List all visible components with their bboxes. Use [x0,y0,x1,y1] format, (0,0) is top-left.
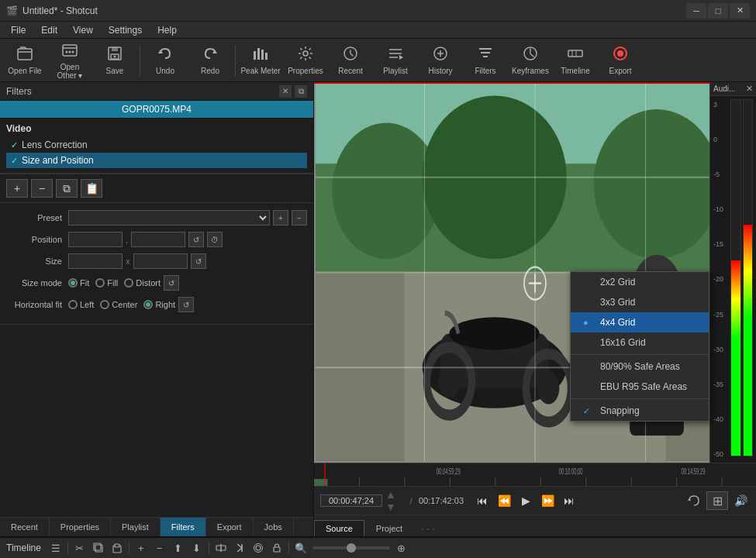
playlist-button[interactable]: Playlist [374,41,417,80]
timeline-lift-button[interactable]: ⬆ [170,539,187,556]
ctx-ebu-safe-areas[interactable]: EBU R95 Safe Areas [571,377,709,397]
ctx-4x4-grid[interactable]: ● 4x4 Grid [571,312,709,332]
timeline-add-track-button[interactable]: + [133,539,150,556]
peak-meter-button[interactable]: Peak Meter [239,41,282,80]
zoom-in-button[interactable]: ⊕ [393,539,410,556]
play-button[interactable]: ▶ [516,491,535,510]
menu-settings[interactable]: Settings [101,23,150,37]
menu-file[interactable]: File [3,23,33,37]
export-button[interactable]: Export [599,41,642,80]
copy-filter-button[interactable]: ⧉ [56,179,78,198]
timeline-ripple-button[interactable] [250,539,267,556]
timeline-lock-button[interactable] [268,539,285,556]
timeline-remove-track-button[interactable]: − [151,539,168,556]
svg-point-43 [537,372,559,405]
timeline-cut-button[interactable]: ✂ [71,539,88,556]
add-filter-button[interactable]: + [6,179,28,198]
timeline-snap-button[interactable] [231,539,248,556]
horizontal-fit-right-radio[interactable] [143,300,153,309]
redo-button[interactable]: Redo [188,41,232,80]
open-other-button[interactable]: Open Other ▾ [48,41,91,80]
step-forward-button[interactable]: ⏩ [538,491,557,510]
ctx-safe-areas-80-90[interactable]: 80/90% Safe Areas [571,356,709,377]
history-button[interactable]: History [419,41,462,80]
go-to-start-button[interactable]: ⏮ [473,491,492,510]
size-mode-distort[interactable]: Distort [124,278,161,288]
filters-button[interactable]: Filters [464,41,507,80]
history-label: History [428,67,452,75]
svg-rect-14 [265,53,268,60]
timeline-scrubber[interactable]: 00:00:00;00 00:04:59;29 00:10:00;00 00:1… [314,463,756,487]
position-keyframe-button[interactable]: ⏱ [207,232,223,247]
timeline-paste-button[interactable] [109,539,126,556]
timeline-button[interactable]: Timeline [554,41,597,80]
current-time-input[interactable] [320,494,382,507]
recent-button[interactable]: Recent [329,41,372,80]
loop-button[interactable] [685,491,703,510]
size-mode-fit-radio[interactable] [68,278,78,288]
filter-size-position[interactable]: ✓ Size and Position [6,153,307,168]
size-mode-fill[interactable]: Fill [95,278,118,288]
preset-row: Preset + − [6,209,307,226]
ctx-3x3-grid[interactable]: 3x3 Grid [571,292,709,312]
grid-toggle-button[interactable]: ⊞ [706,491,728,510]
position-y-input[interactable]: 0 [131,232,185,247]
minimize-button[interactable]: ─ [686,3,706,19]
size-mode-fit[interactable]: Fit [68,278,89,288]
ctx-snapping[interactable]: ✓ Snapping [571,401,709,421]
timeline-copy-button[interactable] [90,539,107,556]
menu-view[interactable]: View [65,23,101,37]
ctx-2x2-grid[interactable]: 2x2 Grid [571,272,709,292]
position-reset-button[interactable]: ↺ [188,232,204,247]
properties-button[interactable]: Properties [284,41,327,80]
volume-button[interactable]: 🔊 [731,491,750,510]
size-w-input[interactable]: 1280 [68,253,123,269]
menu-help[interactable]: Help [150,23,185,37]
horizontal-fit-left[interactable]: Left [68,300,94,309]
svg-text:00:04:59;29: 00:04:59;29 [437,467,461,476]
horizontal-fit-center[interactable]: Center [100,300,137,309]
close-button[interactable]: ✕ [730,3,750,19]
filters-close-button[interactable]: ✕ [279,85,292,98]
open-file-button[interactable]: Open File [3,41,47,80]
remove-filter-button[interactable]: − [31,179,53,198]
size-mode-distort-radio[interactable] [124,278,133,288]
zoom-out-button[interactable]: 🔍 [292,539,309,556]
menu-edit[interactable]: Edit [33,23,65,37]
step-back-button[interactable]: ⏪ [495,491,513,510]
size-mode-reset-button[interactable]: ↺ [164,275,179,291]
save-button[interactable]: Save [93,41,136,80]
position-x-input[interactable]: 0 [68,232,123,247]
tab-filters[interactable]: Filters [161,518,206,536]
paste-filter-button[interactable]: 📋 [81,179,102,198]
preset-select[interactable] [68,210,270,226]
size-h-input[interactable]: 720 [133,253,188,269]
filter-lens-correction[interactable]: ✓ Lens Correction [6,137,307,153]
maximize-button[interactable]: □ [708,3,728,19]
tab-jobs[interactable]: Jobs [254,518,294,536]
undo-button[interactable]: Undo [143,41,187,80]
preset-add-button[interactable]: + [273,210,288,226]
horizontal-fit-left-radio[interactable] [68,300,78,309]
go-to-end-button[interactable]: ⏭ [560,491,578,510]
tab-recent[interactable]: Recent [0,518,50,536]
preset-remove-button[interactable]: − [292,210,307,226]
size-mode-fill-radio[interactable] [95,278,105,288]
keyframes-button[interactable]: Keyframes [509,41,552,80]
tab-export[interactable]: Export [206,518,254,536]
zoom-slider[interactable] [312,546,390,549]
size-reset-button[interactable]: ↺ [191,253,206,269]
source-tab[interactable]: Source [314,520,364,536]
ctx-16x16-grid[interactable]: 16x16 Grid [571,332,709,353]
horizontal-fit-center-radio[interactable] [100,300,109,309]
filters-float-button[interactable]: ⧉ [295,85,307,98]
tab-properties[interactable]: Properties [50,518,111,536]
timeline-menu-button[interactable]: ☰ [47,539,64,556]
project-tab[interactable]: Project [364,520,414,536]
timeline-split-button[interactable] [212,539,230,556]
audio-meter-close[interactable]: ✕ [746,84,753,94]
horizontal-fit-reset-button[interactable]: ↺ [178,297,194,312]
tab-playlist[interactable]: Playlist [111,518,161,536]
horizontal-fit-right[interactable]: Right [143,300,175,309]
timeline-overwrite-button[interactable]: ⬇ [188,539,205,556]
